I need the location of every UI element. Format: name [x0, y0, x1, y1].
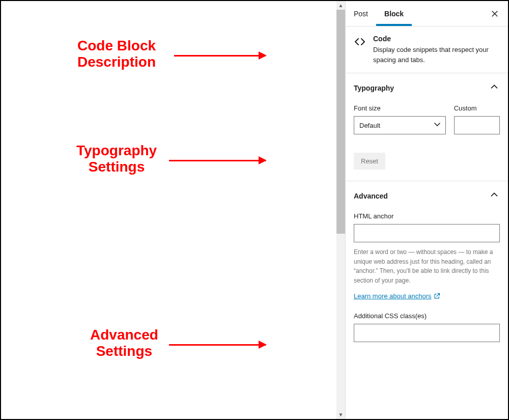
learn-more-text: Learn more about anchors: [354, 292, 431, 300]
font-size-select[interactable]: Default: [354, 116, 446, 134]
external-link-icon: [433, 292, 441, 300]
chevron-up-icon: [489, 189, 500, 202]
advanced-panel-toggle[interactable]: Advanced: [346, 181, 508, 210]
editor-canvas: Code Block Description Typography Settin…: [1, 1, 336, 419]
advanced-panel: Advanced HTML anchor Enter a word or two…: [346, 181, 508, 354]
callout-typography: Typography Settings: [76, 143, 157, 175]
scrollbar-down-icon[interactable]: ▼: [336, 410, 345, 419]
typography-panel: Typography Font size Default: [346, 73, 508, 181]
tab-post[interactable]: Post: [346, 1, 376, 26]
scrollbar-thumb[interactable]: [336, 10, 345, 234]
arrow-advanced: [169, 344, 266, 346]
sidebar-tabs: Post Block: [346, 1, 508, 26]
block-description-text: Display code snippets that respect your …: [373, 45, 500, 65]
css-classes-input[interactable]: [354, 324, 500, 342]
html-anchor-input[interactable]: [354, 224, 500, 242]
chevron-up-icon: [489, 81, 500, 94]
callout-description: Code Block Description: [77, 38, 156, 70]
custom-size-input[interactable]: [454, 116, 500, 134]
scrollbar-up-icon[interactable]: ▲: [336, 1, 345, 10]
font-size-label: Font size: [354, 104, 446, 112]
arrow-description: [174, 55, 266, 57]
custom-size-label: Custom: [454, 104, 500, 112]
code-icon: [354, 36, 366, 65]
scrollbar[interactable]: ▲ ▼: [336, 1, 345, 419]
close-icon: [490, 9, 499, 18]
font-size-value: Default: [359, 122, 380, 129]
close-sidebar-button[interactable]: [486, 5, 504, 23]
reset-button[interactable]: Reset: [354, 153, 385, 170]
html-anchor-help: Enter a word or two — without spaces — t…: [354, 247, 500, 285]
typography-panel-title: Typography: [354, 84, 394, 92]
arrow-typography: [169, 160, 266, 161]
html-anchor-label: HTML anchor: [354, 212, 500, 220]
block-description-panel: Code Display code snippets that respect …: [346, 26, 508, 73]
settings-sidebar: Post Block Code Display code snippets th…: [345, 1, 508, 419]
block-title: Code: [373, 35, 500, 43]
css-classes-label: Additional CSS class(es): [354, 312, 500, 320]
advanced-panel-title: Advanced: [354, 192, 388, 200]
typography-panel-toggle[interactable]: Typography: [346, 73, 508, 102]
learn-more-anchors-link[interactable]: Learn more about anchors: [354, 292, 441, 300]
callout-advanced: Advanced Settings: [90, 327, 158, 359]
tab-block[interactable]: Block: [376, 1, 412, 26]
chevron-down-icon: [432, 120, 442, 131]
